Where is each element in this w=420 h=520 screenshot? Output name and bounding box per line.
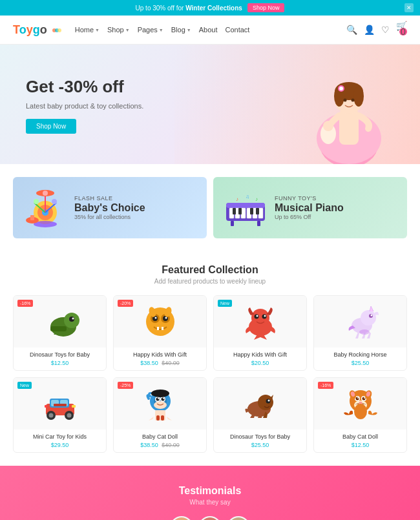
svg-point-109 <box>357 397 359 399</box>
banner-shop-now-button[interactable]: Shop Now <box>247 3 285 12</box>
product-badge: -25% <box>118 382 133 389</box>
svg-rect-39 <box>233 208 236 214</box>
product-card[interactable]: New Happy Kids With Gift $20.50 <box>213 295 307 371</box>
svg-point-74 <box>359 329 370 335</box>
svg-rect-97 <box>161 415 164 421</box>
svg-point-27 <box>52 199 57 204</box>
svg-point-10 <box>353 86 364 107</box>
nav-shop[interactable]: Shop ▼ <box>107 26 130 34</box>
svg-point-73 <box>370 315 372 317</box>
svg-point-14 <box>352 99 355 102</box>
product-info: Mini Car Toy for Kids $29.50 <box>14 430 106 452</box>
product-info: Baby Rocking Horse $25.50 <box>314 348 406 370</box>
svg-rect-32 <box>226 203 265 208</box>
product-info: Baby Cat Doll $38.50 $40.00 <box>114 430 206 452</box>
svg-point-107 <box>355 397 359 400</box>
product-card[interactable]: -25% Baby Cat Doll $38.50 $40.00 <box>113 377 207 453</box>
product-info: Happy Kids With Gift $20.50 <box>214 348 306 370</box>
header-icons: 🔍 👤 ♡ 🛒 0 <box>346 21 407 39</box>
promo-card-baby[interactable]: Flash Sale Baby's Choice 35% for all col… <box>13 177 207 238</box>
svg-rect-41 <box>250 208 253 214</box>
svg-rect-96 <box>156 415 160 421</box>
product-badge: -16% <box>17 300 33 307</box>
nav-about[interactable]: About <box>199 26 218 34</box>
svg-point-2 <box>58 28 61 32</box>
product-card[interactable]: Baby Rocking Horse $25.50 <box>313 295 407 371</box>
product-price: $29.50 <box>17 442 102 448</box>
featured-subtitle: Add featured products to weekly lineup <box>13 278 407 285</box>
header: Toygo Home ▼ Shop ▼ Pages ▼ Blog ▼ About… <box>0 16 420 45</box>
svg-point-120 <box>200 517 220 520</box>
product-card[interactable]: -16% Baby Cat Doll $12.50 <box>313 377 407 453</box>
product-name: Baby Cat Doll <box>118 433 202 440</box>
product-price: $25.50 <box>318 360 403 366</box>
product-badge: -16% <box>318 382 333 389</box>
product-badge: New <box>17 382 32 389</box>
search-icon[interactable]: 🔍 <box>346 25 357 35</box>
nav-home[interactable]: Home ▼ <box>75 26 100 34</box>
product-card[interactable]: -16% Dinosaur Toys for Baby $12.50 <box>13 295 107 371</box>
cart-icon-wrapper[interactable]: 🛒 0 <box>396 21 407 39</box>
nav-contact[interactable]: Contact <box>225 26 249 34</box>
product-price: $20.50 <box>218 360 302 366</box>
product-badge: -20% <box>118 300 133 307</box>
promo-card-piano[interactable]: ♪ ♫ ♪ Funny Toy's Musical Piano Up to 65… <box>213 177 407 238</box>
wishlist-icon[interactable]: ♡ <box>381 25 390 35</box>
product-card[interactable]: Dinosaur Toys for Baby $25.50 <box>213 377 307 453</box>
logo: Toygo <box>13 23 62 37</box>
svg-point-108 <box>362 397 365 400</box>
promo-subtitle-1: 35% for all collections <box>74 214 197 220</box>
svg-text:♪: ♪ <box>236 196 238 202</box>
svg-rect-35 <box>241 208 246 218</box>
svg-point-59 <box>165 317 167 319</box>
product-info: Happy Kids With Gift $38.50 $40.00 <box>114 348 206 370</box>
promo-toy-image-2: ♪ ♫ ♪ <box>223 187 268 229</box>
svg-point-98 <box>151 390 169 397</box>
top-banner: Up to 30% off for Winter Collections Sho… <box>0 0 420 16</box>
product-info: Baby Cat Doll $12.50 <box>314 430 406 452</box>
svg-point-102 <box>268 400 269 402</box>
banner-highlight: Winter Collections <box>185 5 242 12</box>
promo-text-1: Flash Sale Baby's Choice 35% for all col… <box>74 195 197 220</box>
svg-point-68 <box>256 315 258 317</box>
svg-point-69 <box>264 315 266 317</box>
svg-rect-61 <box>162 327 163 330</box>
product-card[interactable]: -20% Happy Kids With Gift $38.50 $40.00 <box>113 295 207 371</box>
svg-point-91 <box>156 398 159 401</box>
user-icon[interactable]: 👤 <box>364 25 375 35</box>
promo-title-2: Musical Piano <box>275 202 397 214</box>
svg-rect-85 <box>54 404 67 406</box>
svg-rect-42 <box>256 208 259 214</box>
product-price: $12.50 <box>318 442 403 448</box>
product-name: Dinosaur Toys for Baby <box>17 351 102 358</box>
svg-point-26 <box>34 199 39 204</box>
product-image <box>314 296 406 348</box>
svg-point-13 <box>344 99 347 102</box>
svg-point-92 <box>161 398 164 401</box>
svg-point-123 <box>228 517 249 520</box>
hero-subtext: Latest baby product & toy collections. <box>26 102 143 110</box>
svg-rect-3 <box>174 45 420 164</box>
featured-title: Featured Collection <box>13 264 407 276</box>
avatar-3[interactable] <box>227 516 250 520</box>
svg-point-94 <box>163 398 164 399</box>
svg-point-51 <box>72 318 74 320</box>
avatar-1[interactable] <box>170 516 193 520</box>
nav-pages[interactable]: Pages ▼ <box>138 26 163 34</box>
svg-point-65 <box>251 309 269 327</box>
hero-shop-button[interactable]: Shop Now <box>26 119 76 134</box>
hero-girl-svg <box>174 45 420 164</box>
banner-close-button[interactable]: ✕ <box>404 3 414 12</box>
promo-title-1: Baby's Choice <box>74 202 197 214</box>
product-card[interactable]: New Mini Car Toy for Kids $29.50 <box>13 377 107 453</box>
product-grid: -16% Dinosaur Toys for Baby $12.50 -20% … <box>13 295 407 453</box>
avatar-2[interactable] <box>198 516 222 520</box>
hero-content: Get -30% off Latest baby product & toy c… <box>26 70 143 134</box>
svg-point-82 <box>67 413 71 418</box>
testimonials-section: Testimonials What they say <box>0 466 420 520</box>
hero-heading: Get -30% off <box>26 77 143 97</box>
svg-rect-60 <box>157 327 159 330</box>
nav-blog[interactable]: Blog ▼ <box>171 26 191 34</box>
old-price: $40.00 <box>162 360 180 366</box>
hero-section: Get -30% off Latest baby product & toy c… <box>0 45 420 164</box>
